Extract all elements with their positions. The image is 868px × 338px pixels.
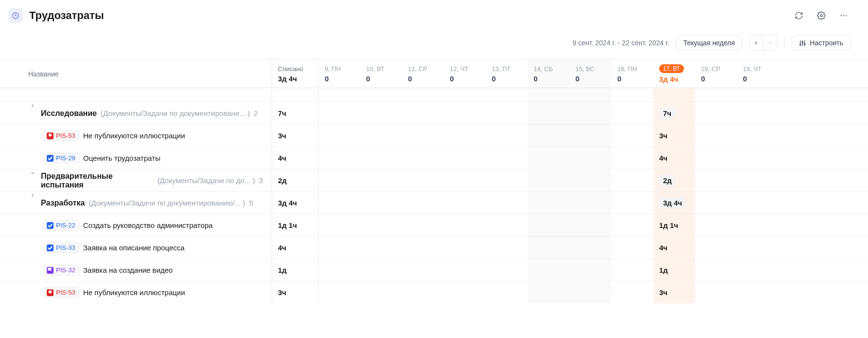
day-cell[interactable] <box>737 282 779 303</box>
day-cell[interactable] <box>611 125 653 147</box>
day-cell[interactable] <box>570 102 611 124</box>
day-cell[interactable] <box>486 125 528 147</box>
day-cell[interactable]: 1д 1ч <box>653 214 695 236</box>
day-cell[interactable]: 3ч <box>653 125 695 147</box>
task-tag[interactable]: PIS-33 <box>43 243 79 253</box>
logged-cell[interactable]: 2д <box>272 169 318 191</box>
chevron-down-icon[interactable] <box>29 169 36 176</box>
day-cell[interactable] <box>737 147 779 169</box>
day-cell[interactable] <box>611 102 653 124</box>
day-cell[interactable] <box>737 102 779 124</box>
day-cell[interactable] <box>611 282 653 303</box>
logged-cell[interactable]: 3ч <box>272 282 318 303</box>
chevron-right-icon[interactable] <box>29 102 36 109</box>
day-cell[interactable] <box>528 282 570 303</box>
day-cell[interactable]: 3д 4ч <box>653 192 695 214</box>
day-cell[interactable] <box>570 192 611 214</box>
day-cell[interactable] <box>611 169 653 191</box>
task-tag[interactable]: PIS-32 <box>43 265 79 275</box>
day-cell[interactable]: 7ч <box>653 102 695 124</box>
day-cell[interactable] <box>570 214 611 236</box>
day-cell[interactable] <box>360 259 402 281</box>
day-cell[interactable] <box>695 237 737 259</box>
day-cell[interactable] <box>695 259 737 281</box>
day-cell[interactable] <box>318 147 360 169</box>
day-cell[interactable] <box>402 102 444 124</box>
task-tag[interactable]: PIS-53 <box>43 131 79 141</box>
day-cell[interactable] <box>402 214 444 236</box>
day-cell[interactable] <box>695 125 737 147</box>
day-cell[interactable] <box>528 147 570 169</box>
day-cell[interactable] <box>570 169 611 191</box>
day-cell[interactable] <box>318 214 360 236</box>
day-cell[interactable] <box>360 282 402 303</box>
day-cell[interactable] <box>611 259 653 281</box>
day-cell[interactable]: 2д <box>653 169 695 191</box>
name-cell[interactable]: PIS-29Оценить трудозатраты <box>0 147 272 169</box>
configure-button[interactable]: Настроить <box>792 36 850 50</box>
refresh-button[interactable] <box>792 9 806 22</box>
day-cell[interactable] <box>318 169 360 191</box>
day-cell[interactable] <box>611 192 653 214</box>
day-cell[interactable] <box>486 192 528 214</box>
chevron-right-icon[interactable] <box>29 192 36 199</box>
day-cell[interactable] <box>402 192 444 214</box>
day-cell[interactable] <box>737 192 779 214</box>
task-tag[interactable]: PIS-22 <box>43 220 79 230</box>
task-tag[interactable]: PIS-29 <box>43 153 79 163</box>
day-cell[interactable] <box>486 237 528 259</box>
day-cell[interactable] <box>360 125 402 147</box>
settings-button[interactable] <box>814 9 828 22</box>
day-cell[interactable] <box>570 147 611 169</box>
day-cell[interactable] <box>570 125 611 147</box>
logged-cell[interactable]: 3ч <box>272 125 318 147</box>
day-cell[interactable] <box>402 125 444 147</box>
day-cell[interactable] <box>402 259 444 281</box>
day-cell[interactable] <box>695 192 737 214</box>
name-cell[interactable]: PIS-33Заявка на описание процесса <box>0 237 272 259</box>
day-cell[interactable] <box>444 214 486 236</box>
day-cell[interactable] <box>360 192 402 214</box>
more-button[interactable] <box>837 9 850 22</box>
day-cell[interactable] <box>444 102 486 124</box>
day-cell[interactable] <box>737 125 779 147</box>
name-cell[interactable]: Исследование(Документы/Задачи по докумен… <box>0 102 272 124</box>
name-cell[interactable]: PIS-53Не публикуются иллюстрации <box>0 282 272 303</box>
day-cell[interactable] <box>444 192 486 214</box>
name-cell[interactable]: PIS-53Не публикуются иллюстрации <box>0 125 272 147</box>
day-cell[interactable] <box>318 259 360 281</box>
day-cell[interactable] <box>444 237 486 259</box>
name-cell[interactable]: PIS-22Создать руководство администратора <box>0 214 272 236</box>
day-cell[interactable] <box>528 125 570 147</box>
day-cell[interactable] <box>360 237 402 259</box>
name-cell[interactable]: PIS-32Заявка на создание видео <box>0 259 272 281</box>
day-cell[interactable] <box>486 147 528 169</box>
day-cell[interactable] <box>528 192 570 214</box>
day-cell[interactable]: 4ч <box>653 237 695 259</box>
day-cell[interactable] <box>402 282 444 303</box>
day-cell[interactable] <box>528 169 570 191</box>
day-cell[interactable] <box>737 214 779 236</box>
day-cell[interactable] <box>360 169 402 191</box>
day-cell[interactable] <box>737 237 779 259</box>
day-cell[interactable] <box>695 282 737 303</box>
day-cell[interactable] <box>486 214 528 236</box>
day-cell[interactable] <box>570 259 611 281</box>
day-cell[interactable] <box>611 214 653 236</box>
day-cell[interactable] <box>402 237 444 259</box>
day-cell[interactable] <box>402 147 444 169</box>
day-cell[interactable] <box>611 237 653 259</box>
day-cell[interactable] <box>360 147 402 169</box>
next-button[interactable] <box>763 36 777 50</box>
day-cell[interactable] <box>695 147 737 169</box>
logged-cell[interactable]: 1д <box>272 259 318 281</box>
day-cell[interactable] <box>611 147 653 169</box>
day-cell[interactable] <box>528 214 570 236</box>
day-cell[interactable] <box>318 102 360 124</box>
day-cell[interactable] <box>360 102 402 124</box>
day-cell[interactable] <box>444 259 486 281</box>
logged-cell[interactable]: 1д 1ч <box>272 214 318 236</box>
day-cell[interactable] <box>444 282 486 303</box>
day-cell[interactable] <box>318 125 360 147</box>
day-cell[interactable]: 1д <box>653 259 695 281</box>
